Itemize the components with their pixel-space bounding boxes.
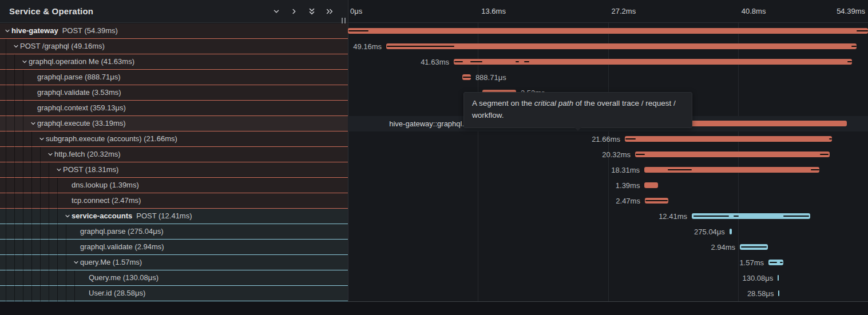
critical-path-segment[interactable] bbox=[783, 216, 809, 217]
indent-guide bbox=[49, 193, 49, 209]
span-duration-bar[interactable] bbox=[740, 244, 768, 250]
critical-path-segment[interactable] bbox=[454, 61, 463, 62]
span-tree-row[interactable]: tcp.connect (2.47ms) bbox=[0, 193, 348, 209]
span-duration-bar[interactable] bbox=[778, 290, 779, 296]
span-duration-bar[interactable] bbox=[625, 136, 832, 142]
chevron-down-icon[interactable] bbox=[73, 259, 80, 266]
chevron-down-icon[interactable] bbox=[13, 43, 19, 50]
indent-guide bbox=[57, 286, 58, 301]
indent-guide bbox=[57, 270, 58, 286]
critical-path-segment[interactable] bbox=[734, 216, 739, 217]
span-tree-row[interactable]: graphql.parse (275.04μs) bbox=[0, 224, 348, 240]
operation-name: graphql.execute (33.19ms) bbox=[37, 119, 126, 127]
operation-name: User.id (28.58μs) bbox=[89, 289, 145, 297]
collapse-all-button[interactable] bbox=[325, 7, 334, 16]
critical-path-segment[interactable] bbox=[645, 200, 668, 201]
critical-path-segment[interactable] bbox=[470, 61, 482, 62]
indent-guide bbox=[49, 270, 49, 286]
critical-path-segment[interactable] bbox=[636, 154, 645, 155]
indent-guide bbox=[23, 240, 23, 255]
span-tree-row[interactable]: subgraph.execute (accounts) (21.66ms) bbox=[0, 131, 348, 147]
chevron-down-icon[interactable] bbox=[4, 27, 11, 34]
span-tree-row[interactable]: POST (18.31ms) bbox=[0, 162, 348, 178]
indent-guide bbox=[40, 224, 41, 240]
indent-guide bbox=[14, 286, 15, 301]
critical-path-segment[interactable] bbox=[516, 61, 519, 62]
indent-guide bbox=[74, 286, 75, 301]
indent-guide bbox=[14, 270, 15, 286]
critical-path-segment[interactable] bbox=[820, 154, 829, 155]
span-duration-bar[interactable] bbox=[645, 198, 668, 204]
indent-guide bbox=[31, 193, 32, 209]
span-duration-bar[interactable] bbox=[644, 182, 657, 188]
collapse-one-button[interactable] bbox=[290, 7, 299, 16]
chevron-down-icon[interactable] bbox=[38, 135, 45, 142]
operation-name: POST /graphql (49.16ms) bbox=[20, 42, 105, 50]
critical-path-segment[interactable] bbox=[625, 138, 636, 139]
critical-path-segment[interactable] bbox=[387, 46, 454, 47]
panel-resize-grip[interactable] bbox=[342, 15, 350, 22]
span-duration-bar[interactable] bbox=[692, 213, 810, 219]
span-tree-row[interactable]: service-accountsPOST (12.41ms) bbox=[0, 209, 348, 224]
critical-path-segment[interactable] bbox=[770, 262, 778, 263]
chevron-down-icon[interactable] bbox=[56, 166, 62, 173]
chevron-down-icon[interactable] bbox=[47, 151, 54, 158]
span-label: service-accountsPOST (12.41ms) bbox=[72, 212, 192, 220]
span-bars: 49.16ms41.63ms888.71μs3.53ms359.13μshive… bbox=[348, 23, 868, 301]
critical-path-segment[interactable] bbox=[857, 30, 868, 31]
expand-all-button[interactable] bbox=[307, 7, 316, 16]
operation-name: query.Me (1.57ms) bbox=[80, 258, 142, 266]
span-tree-row[interactable]: Query.me (130.08μs) bbox=[0, 270, 348, 286]
span-duration-bar[interactable] bbox=[454, 59, 852, 65]
span-tree-row[interactable]: graphql.validate (3.53ms) bbox=[0, 85, 348, 101]
timeline-ruler: 0μs13.6ms27.2ms40.8ms54.39ms bbox=[348, 0, 868, 23]
critical-path-segment[interactable] bbox=[524, 61, 529, 62]
critical-path-segment[interactable] bbox=[829, 138, 832, 139]
span-tree-row[interactable]: User.id (28.58μs) bbox=[0, 286, 348, 301]
span-bar-row: 130.08μs bbox=[348, 270, 868, 286]
operation-name: POST (54.39ms) bbox=[62, 26, 118, 35]
critical-path-segment[interactable] bbox=[668, 169, 692, 170]
chevron-down-icon[interactable] bbox=[21, 58, 28, 65]
indent-guide bbox=[40, 147, 41, 162]
critical-path-segment[interactable] bbox=[847, 61, 852, 62]
span-tree-row[interactable]: dns.lookup (1.39ms) bbox=[0, 178, 348, 193]
span-duration-bar[interactable] bbox=[635, 151, 830, 157]
service-name: service-accounts bbox=[72, 212, 132, 220]
span-tree-row[interactable]: graphql.operation Me (41.63ms) bbox=[0, 54, 348, 70]
indent-guide bbox=[23, 224, 23, 240]
ruler-tick-label: 13.6ms bbox=[481, 7, 506, 15]
span-duration-bar[interactable] bbox=[778, 275, 779, 281]
operation-name: graphql.parse (888.71μs) bbox=[37, 73, 121, 81]
critical-path-segment[interactable] bbox=[348, 30, 368, 31]
span-tree-row[interactable]: query.Me (1.57ms) bbox=[0, 255, 348, 270]
expand-one-button[interactable] bbox=[272, 7, 281, 16]
span-duration-bar[interactable] bbox=[348, 28, 868, 34]
indent-guide bbox=[66, 286, 66, 301]
span-duration-bar[interactable] bbox=[386, 43, 857, 49]
span-duration-bar[interactable] bbox=[768, 260, 783, 265]
chevron-down-icon[interactable] bbox=[30, 120, 37, 127]
span-tree-row[interactable]: graphql.context (359.13μs) bbox=[0, 101, 348, 116]
critical-path-segment[interactable] bbox=[693, 216, 729, 217]
span-tree-row[interactable]: http.fetch (20.32ms) bbox=[0, 147, 348, 162]
critical-path-segment[interactable] bbox=[851, 46, 857, 47]
span-duration-bar[interactable] bbox=[462, 74, 471, 80]
span-bar-row: 888.71μs bbox=[348, 70, 868, 85]
chevron-down-icon[interactable] bbox=[64, 213, 71, 220]
span-tree-row[interactable]: graphql.validate (2.94ms) bbox=[0, 240, 348, 255]
critical-path-segment[interactable] bbox=[811, 169, 819, 170]
span-duration-bar[interactable] bbox=[730, 229, 732, 234]
span-duration-bar[interactable] bbox=[644, 167, 819, 173]
critical-path-segment[interactable] bbox=[463, 77, 471, 78]
span-tree-row[interactable]: graphql.parse (888.71μs) bbox=[0, 70, 348, 85]
span-tree-row[interactable]: graphql.execute (33.19ms) bbox=[0, 116, 348, 131]
indent-guide bbox=[6, 224, 6, 240]
double-chevron-right-icon bbox=[326, 7, 334, 15]
critical-path-segment[interactable] bbox=[741, 246, 767, 248]
indent-guide bbox=[23, 209, 23, 224]
span-tree-row[interactable]: hive-gatewayPOST (54.39ms) bbox=[0, 23, 348, 39]
span-tree-row[interactable]: POST /graphql (49.16ms) bbox=[0, 39, 348, 54]
span-label: graphql.execute (33.19ms) bbox=[37, 119, 126, 127]
critical-path-segment[interactable] bbox=[780, 262, 783, 263]
